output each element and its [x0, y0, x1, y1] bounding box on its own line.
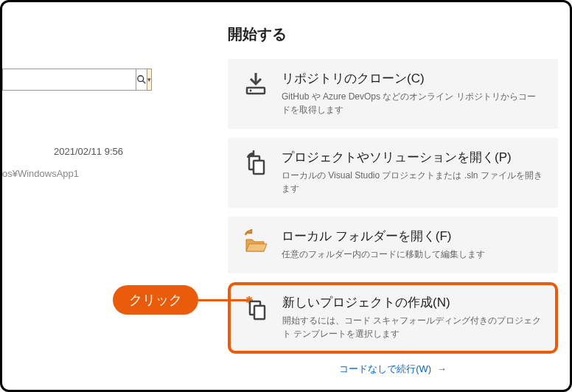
card-desc: GitHub や Azure DevOps などのオンライン リポジトリからコー… [282, 90, 544, 116]
search-button[interactable] [136, 69, 147, 91]
clone-icon [242, 70, 270, 116]
left-pane: ▾ 2021/02/11 9:56 os¥WindowsApp1 [2, 2, 223, 390]
start-panel: 開始する リポジトリのクローン(C) GitHub や Azure DevOps… [223, 24, 562, 376]
search-icon [136, 74, 147, 85]
card-desc: 開始するには、コード スキャフォールディング付きのプロジェクト テンプレートを選… [282, 314, 543, 340]
annotation-callout: クリック [113, 285, 250, 315]
card-title: プロジェクトやソリューションを開く(P) [282, 149, 544, 166]
card-clone-repo[interactable]: リポジトリのクローン(C) GitHub や Azure DevOps などのオ… [228, 59, 558, 129]
callout-label: クリック [113, 285, 198, 315]
svg-point-4 [250, 90, 252, 92]
recent-path: os¥WindowsApp1 [2, 168, 79, 179]
card-title: リポジトリのクローン(C) [282, 70, 544, 87]
continue-link-label: コードなしで続行(W) [339, 363, 431, 374]
card-title: ローカル フォルダーを開く(F) [282, 228, 544, 245]
continue-without-code-link[interactable]: コードなしで続行(W) → [223, 363, 562, 376]
callout-connector [198, 299, 250, 301]
card-new-project[interactable]: 新しいプロジェクトの作成(N) 開始するには、コード スキャフォールディング付き… [228, 282, 558, 354]
arrow-right-icon: → [437, 363, 447, 374]
card-desc: 任意のフォルダー内のコードに移動して編集します [282, 248, 544, 261]
search-dropdown[interactable]: ▾ [147, 69, 152, 91]
search-input[interactable] [2, 69, 136, 91]
svg-rect-12 [254, 306, 265, 319]
card-open-folder[interactable]: ローカル フォルダーを開く(F) 任意のフォルダー内のコードに移動して編集します [228, 217, 558, 273]
open-project-icon [242, 149, 270, 195]
open-folder-icon [242, 228, 270, 261]
card-title: 新しいプロジェクトの作成(N) [282, 294, 543, 311]
recent-date: 2021/02/11 9:56 [54, 146, 123, 157]
svg-line-1 [143, 81, 146, 84]
search-box: ▾ [2, 69, 120, 91]
card-desc: ローカルの Visual Studio プロジェクトまたは .sln ファイルを… [282, 169, 544, 195]
svg-rect-6 [254, 161, 264, 174]
svg-point-0 [138, 76, 144, 82]
start-title: 開始する [228, 24, 562, 44]
card-open-project[interactable]: プロジェクトやソリューションを開く(P) ローカルの Visual Studio… [228, 138, 558, 208]
